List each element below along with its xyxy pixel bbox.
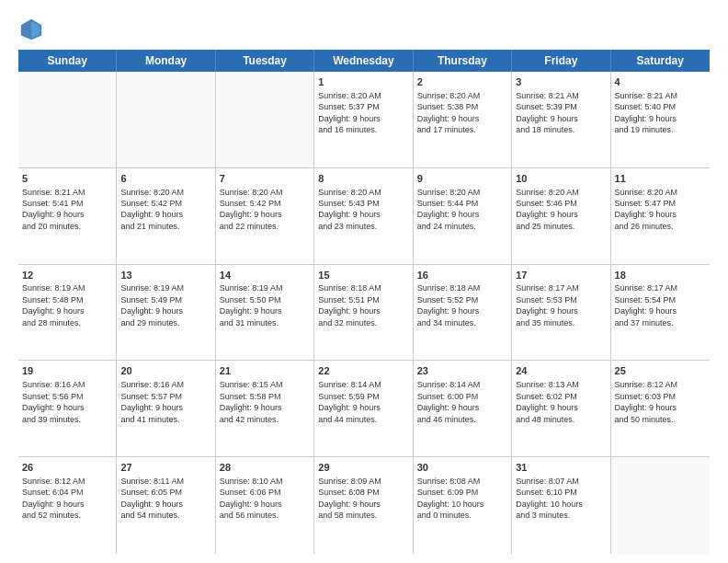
calendar-cell: 13Sunrise: 8:19 AM Sunset: 5:49 PM Dayli…	[117, 265, 215, 361]
day-number: 5	[22, 172, 112, 186]
day-info: Sunrise: 8:19 AM Sunset: 5:49 PM Dayligh…	[120, 283, 184, 327]
day-info: Sunrise: 8:11 AM Sunset: 6:05 PM Dayligh…	[120, 477, 184, 520]
day-number: 2	[417, 75, 507, 89]
day-number: 15	[318, 269, 408, 282]
weekday-header: Thursday	[414, 50, 512, 72]
weekday-header: Sunday	[18, 50, 117, 72]
day-number: 3	[516, 75, 606, 89]
calendar-cell: 3Sunrise: 8:21 AM Sunset: 5:39 PM Daylig…	[512, 72, 610, 167]
day-info: Sunrise: 8:15 AM Sunset: 5:58 PM Dayligh…	[220, 380, 283, 423]
day-number: 24	[516, 364, 606, 378]
calendar-cell: 9Sunrise: 8:20 AM Sunset: 5:44 PM Daylig…	[414, 168, 512, 264]
day-number: 14	[220, 269, 310, 282]
page: SundayMondayTuesdayWednesdayThursdayFrid…	[0, 0, 728, 563]
calendar-cell: 29Sunrise: 8:09 AM Sunset: 6:08 PM Dayli…	[314, 457, 413, 554]
weekday-header: Friday	[512, 50, 610, 72]
day-number: 6	[120, 172, 210, 186]
day-info: Sunrise: 8:16 AM Sunset: 5:56 PM Dayligh…	[22, 380, 85, 423]
logo-icon	[18, 17, 44, 42]
day-number: 18	[615, 269, 706, 282]
calendar-cell: 6Sunrise: 8:20 AM Sunset: 5:42 PM Daylig…	[117, 168, 215, 264]
day-info: Sunrise: 8:13 AM Sunset: 6:02 PM Dayligh…	[516, 380, 579, 423]
calendar-row: 12Sunrise: 8:19 AM Sunset: 5:48 PM Dayli…	[18, 265, 710, 362]
day-info: Sunrise: 8:18 AM Sunset: 5:51 PM Dayligh…	[318, 283, 381, 327]
day-info: Sunrise: 8:17 AM Sunset: 5:53 PM Dayligh…	[516, 283, 579, 327]
calendar-cell	[18, 72, 117, 167]
calendar-cell	[117, 72, 215, 167]
day-number: 11	[615, 172, 706, 186]
calendar-cell: 26Sunrise: 8:12 AM Sunset: 6:04 PM Dayli…	[18, 457, 117, 554]
day-number: 25	[615, 364, 706, 378]
calendar-cell: 27Sunrise: 8:11 AM Sunset: 6:05 PM Dayli…	[117, 457, 215, 554]
day-number: 23	[417, 364, 507, 378]
calendar-cell: 22Sunrise: 8:14 AM Sunset: 5:59 PM Dayli…	[314, 361, 413, 456]
day-number: 26	[22, 461, 112, 475]
day-info: Sunrise: 8:09 AM Sunset: 6:08 PM Dayligh…	[318, 477, 381, 520]
calendar-cell: 10Sunrise: 8:20 AM Sunset: 5:46 PM Dayli…	[512, 168, 610, 264]
day-info: Sunrise: 8:14 AM Sunset: 5:59 PM Dayligh…	[318, 380, 381, 423]
calendar-cell: 24Sunrise: 8:13 AM Sunset: 6:02 PM Dayli…	[512, 361, 610, 456]
calendar-cell: 31Sunrise: 8:07 AM Sunset: 6:10 PM Dayli…	[512, 457, 610, 554]
day-number: 29	[318, 461, 408, 475]
calendar-body: 1Sunrise: 8:20 AM Sunset: 5:37 PM Daylig…	[18, 72, 710, 554]
day-number: 19	[22, 364, 112, 378]
calendar-cell: 11Sunrise: 8:20 AM Sunset: 5:47 PM Dayli…	[611, 168, 710, 264]
day-info: Sunrise: 8:20 AM Sunset: 5:46 PM Dayligh…	[516, 188, 579, 231]
calendar-cell: 20Sunrise: 8:16 AM Sunset: 5:57 PM Dayli…	[117, 361, 215, 456]
header	[18, 17, 710, 42]
day-info: Sunrise: 8:12 AM Sunset: 6:04 PM Dayligh…	[22, 477, 85, 520]
day-number: 30	[417, 461, 507, 475]
calendar-cell	[611, 457, 710, 554]
calendar-cell: 7Sunrise: 8:20 AM Sunset: 5:42 PM Daylig…	[216, 168, 314, 264]
day-info: Sunrise: 8:20 AM Sunset: 5:42 PM Dayligh…	[120, 188, 184, 231]
day-info: Sunrise: 8:19 AM Sunset: 5:50 PM Dayligh…	[220, 283, 283, 327]
calendar-cell: 28Sunrise: 8:10 AM Sunset: 6:06 PM Dayli…	[216, 457, 314, 554]
day-number: 20	[120, 364, 210, 378]
day-info: Sunrise: 8:21 AM Sunset: 5:40 PM Dayligh…	[615, 91, 678, 134]
weekday-header: Saturday	[611, 50, 710, 72]
day-info: Sunrise: 8:20 AM Sunset: 5:38 PM Dayligh…	[417, 91, 481, 134]
day-info: Sunrise: 8:21 AM Sunset: 5:41 PM Dayligh…	[22, 188, 85, 231]
day-number: 17	[516, 269, 606, 282]
day-number: 21	[220, 364, 310, 378]
calendar-cell: 2Sunrise: 8:20 AM Sunset: 5:38 PM Daylig…	[414, 72, 512, 167]
day-info: Sunrise: 8:10 AM Sunset: 6:06 PM Dayligh…	[220, 477, 283, 520]
calendar-cell	[216, 72, 314, 167]
calendar-cell: 25Sunrise: 8:12 AM Sunset: 6:03 PM Dayli…	[611, 361, 710, 456]
calendar-cell: 15Sunrise: 8:18 AM Sunset: 5:51 PM Dayli…	[314, 265, 413, 361]
day-info: Sunrise: 8:19 AM Sunset: 5:48 PM Dayligh…	[22, 283, 85, 327]
calendar-cell: 5Sunrise: 8:21 AM Sunset: 5:41 PM Daylig…	[18, 168, 117, 264]
calendar-cell: 17Sunrise: 8:17 AM Sunset: 5:53 PM Dayli…	[512, 265, 610, 361]
calendar-cell: 1Sunrise: 8:20 AM Sunset: 5:37 PM Daylig…	[314, 72, 413, 167]
calendar-header: SundayMondayTuesdayWednesdayThursdayFrid…	[18, 50, 710, 72]
day-number: 13	[120, 269, 210, 282]
day-number: 10	[516, 172, 606, 186]
calendar-cell: 12Sunrise: 8:19 AM Sunset: 5:48 PM Dayli…	[18, 265, 117, 361]
weekday-header: Wednesday	[314, 50, 413, 72]
day-info: Sunrise: 8:17 AM Sunset: 5:54 PM Dayligh…	[615, 283, 678, 327]
day-number: 16	[417, 269, 507, 282]
calendar-cell: 8Sunrise: 8:20 AM Sunset: 5:43 PM Daylig…	[314, 168, 413, 264]
day-info: Sunrise: 8:08 AM Sunset: 6:09 PM Dayligh…	[417, 477, 484, 520]
calendar-cell: 14Sunrise: 8:19 AM Sunset: 5:50 PM Dayli…	[216, 265, 314, 361]
day-info: Sunrise: 8:16 AM Sunset: 5:57 PM Dayligh…	[120, 380, 184, 423]
day-info: Sunrise: 8:18 AM Sunset: 5:52 PM Dayligh…	[417, 283, 481, 327]
calendar-cell: 16Sunrise: 8:18 AM Sunset: 5:52 PM Dayli…	[414, 265, 512, 361]
calendar-cell: 18Sunrise: 8:17 AM Sunset: 5:54 PM Dayli…	[611, 265, 710, 361]
day-info: Sunrise: 8:20 AM Sunset: 5:42 PM Dayligh…	[220, 188, 283, 231]
day-number: 31	[516, 461, 606, 475]
day-number: 4	[615, 75, 706, 89]
weekday-header: Monday	[117, 50, 215, 72]
calendar: SundayMondayTuesdayWednesdayThursdayFrid…	[18, 50, 710, 554]
calendar-cell: 4Sunrise: 8:21 AM Sunset: 5:40 PM Daylig…	[611, 72, 710, 167]
calendar-cell: 23Sunrise: 8:14 AM Sunset: 6:00 PM Dayli…	[414, 361, 512, 456]
day-number: 8	[318, 172, 408, 186]
calendar-row: 19Sunrise: 8:16 AM Sunset: 5:56 PM Dayli…	[18, 361, 710, 457]
day-number: 7	[220, 172, 310, 186]
day-number: 22	[318, 364, 408, 378]
day-info: Sunrise: 8:20 AM Sunset: 5:37 PM Dayligh…	[318, 91, 381, 134]
day-info: Sunrise: 8:12 AM Sunset: 6:03 PM Dayligh…	[615, 380, 678, 423]
day-number: 27	[120, 461, 210, 475]
day-number: 9	[417, 172, 507, 186]
day-info: Sunrise: 8:14 AM Sunset: 6:00 PM Dayligh…	[417, 380, 481, 423]
